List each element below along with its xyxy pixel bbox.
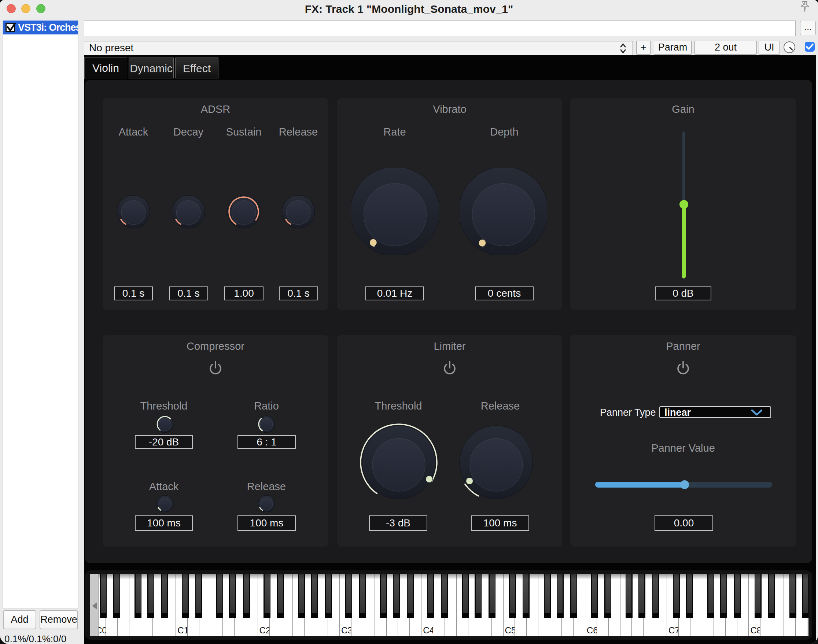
rate-value[interactable]: 0.01 Hz — [365, 287, 424, 301]
piano-key-black[interactable] — [345, 574, 352, 618]
piano-key-black[interactable] — [557, 574, 564, 618]
piano-key-black[interactable] — [325, 574, 332, 618]
piano-key-black[interactable] — [113, 574, 120, 618]
piano-key-black[interactable] — [523, 574, 529, 618]
piano-key-black[interactable] — [161, 574, 168, 618]
fx-enabled-checkbox[interactable] — [6, 23, 15, 32]
gain-slider-thumb[interactable] — [680, 200, 688, 209]
piano-key-black[interactable] — [147, 574, 154, 618]
panner-type-value: linear — [665, 407, 691, 418]
piano-key-black[interactable] — [216, 574, 223, 618]
more-options-button[interactable]: ... — [800, 21, 816, 35]
preset-stepper-icon[interactable] — [619, 43, 627, 54]
lim-threshold-value[interactable]: -3 dB — [369, 515, 427, 531]
piano-key-black[interactable] — [277, 574, 284, 618]
panner-slider-track[interactable] — [595, 482, 772, 488]
piano-key-black[interactable] — [462, 574, 469, 618]
pin-icon[interactable] — [799, 1, 811, 13]
piano-key-black[interactable] — [264, 574, 270, 618]
depth-knob[interactable] — [459, 167, 548, 256]
piano-key-black[interactable] — [441, 574, 448, 618]
close-button[interactable] — [6, 4, 16, 13]
keyboard-scroll-left[interactable] — [90, 574, 98, 636]
sustain-value[interactable]: 1.00 — [224, 287, 264, 301]
lim-threshold-knob[interactable] — [362, 426, 435, 499]
piano-key-black[interactable] — [182, 574, 189, 618]
piano-key-black[interactable] — [570, 574, 577, 618]
comp-attack-value[interactable]: 100 ms — [135, 515, 193, 531]
attack-value[interactable]: 0.1 s — [114, 287, 153, 301]
lim-release-knob[interactable] — [460, 426, 533, 499]
piano-key-black[interactable] — [652, 574, 659, 618]
piano-key-black[interactable] — [509, 574, 516, 618]
piano-key-black[interactable] — [638, 574, 645, 618]
limiter-power-icon[interactable] — [442, 360, 458, 376]
piano-key-black[interactable] — [673, 574, 680, 618]
piano-key-black[interactable] — [755, 574, 761, 618]
piano-key-black[interactable] — [802, 574, 809, 618]
piano-key-black[interactable] — [195, 574, 202, 618]
tab-dynamic[interactable]: Dynamic — [129, 58, 174, 78]
piano-key-black[interactable] — [488, 574, 496, 618]
piano-key-black[interactable] — [544, 574, 551, 618]
piano-key-black[interactable] — [686, 574, 693, 618]
piano-key-black[interactable] — [100, 574, 107, 618]
comp-threshold-knob[interactable] — [157, 416, 173, 432]
add-fx-button[interactable]: Add — [3, 610, 36, 629]
piano-key-black[interactable] — [407, 574, 414, 618]
save-preset-button[interactable]: + — [636, 41, 651, 55]
compressor-power-icon[interactable] — [207, 360, 224, 376]
comp-release-knob[interactable] — [258, 495, 275, 512]
decay-knob[interactable] — [172, 195, 205, 228]
sustain-knob[interactable] — [227, 195, 260, 228]
piano-key-black[interactable] — [734, 574, 741, 618]
piano-key-black[interactable] — [135, 574, 141, 618]
remove-fx-button[interactable]: Remove — [40, 610, 78, 629]
piano-key-black[interactable] — [474, 574, 482, 618]
piano-key-black[interactable] — [591, 574, 598, 618]
minimize-button[interactable] — [21, 4, 31, 13]
piano-key-black[interactable] — [229, 574, 236, 618]
piano-key-black[interactable] — [380, 574, 387, 618]
ui-button[interactable]: UI — [759, 41, 780, 55]
piano-key-black[interactable] — [708, 574, 714, 618]
release-value[interactable]: 0.1 s — [279, 287, 318, 301]
param-button[interactable]: Param — [654, 41, 692, 55]
panner-value[interactable]: 0.00 — [655, 515, 713, 531]
piano-key-black[interactable] — [720, 574, 727, 618]
comp-attack-knob[interactable] — [157, 495, 173, 512]
piano-key-black[interactable] — [626, 574, 632, 618]
piano-key-black[interactable] — [789, 574, 797, 618]
rate-knob[interactable] — [350, 167, 440, 256]
fx-chain-item[interactable]: VST3i: Orches — [3, 20, 78, 34]
depth-value[interactable]: 0 cents — [475, 287, 534, 301]
attack-knob[interactable] — [117, 195, 150, 228]
panner-power-icon[interactable] — [675, 360, 691, 376]
gain-value[interactable]: 0 dB — [655, 287, 711, 301]
lim-release-value[interactable]: 100 ms — [471, 515, 529, 531]
piano-key-black[interactable] — [768, 574, 775, 618]
panner-type-dropdown[interactable]: linear — [659, 406, 771, 418]
piano-key-black[interactable] — [604, 574, 611, 618]
piano-key-black[interactable] — [359, 574, 366, 618]
piano-key-black[interactable] — [298, 574, 305, 618]
bypass-checkbox[interactable] — [805, 42, 815, 52]
decay-value[interactable]: 0.1 s — [169, 287, 208, 301]
piano-key-black[interactable] — [311, 574, 318, 618]
fx-comment-field[interactable] — [84, 20, 796, 36]
outputs-button[interactable]: 2 out — [695, 41, 757, 55]
panner-slider-thumb[interactable] — [680, 480, 689, 489]
piano-key-black[interactable] — [243, 574, 250, 618]
comp-ratio-knob[interactable] — [258, 416, 275, 432]
tab-effect[interactable]: Effect — [175, 58, 218, 78]
comp-ratio-value[interactable]: 6 : 1 — [238, 435, 296, 449]
zoom-button[interactable] — [36, 4, 45, 13]
comp-threshold-value[interactable]: -20 dB — [135, 435, 193, 449]
release-knob[interactable] — [282, 195, 315, 228]
wet-dry-knob[interactable] — [784, 41, 795, 53]
piano-key-black[interactable] — [427, 574, 434, 618]
preset-dropdown[interactable]: No preset — [84, 41, 633, 55]
tab-violin[interactable]: Violin — [84, 57, 127, 79]
piano-key-black[interactable] — [393, 574, 400, 618]
comp-release-value[interactable]: 100 ms — [238, 515, 296, 531]
